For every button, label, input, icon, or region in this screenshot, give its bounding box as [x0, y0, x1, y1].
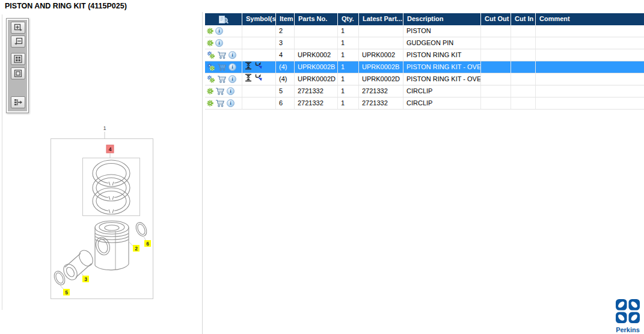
column-header-comment[interactable]: Comment [535, 13, 644, 25]
zoom-out-button[interactable] [11, 36, 25, 48]
info-glyph: i [218, 40, 220, 46]
table-row[interactable]: i 6 2721332 1 2721332 CIRCLIP [205, 97, 644, 110]
info-icon[interactable]: i [215, 27, 223, 35]
add-to-cart-icon[interactable] [217, 51, 227, 59]
cell-item: 5 [275, 85, 294, 97]
preview-search-icon [218, 15, 228, 24]
fit-to-window-icon [14, 55, 22, 63]
table-row[interactable]: i 3 1 GUDGEON PIN [205, 37, 644, 49]
diagram-label-2-text: 2 [135, 246, 138, 252]
add-to-cart-icon[interactable] [217, 75, 227, 83]
table-row[interactable]: i [205, 61, 644, 73]
cell-cut-out [480, 49, 511, 61]
gears-icon[interactable] [207, 51, 215, 59]
leader-lines [60, 236, 146, 290]
pane-divider [202, 12, 203, 334]
column-header-cut-in[interactable]: Cut In [511, 13, 535, 25]
diagram-label-2[interactable]: 2 [133, 245, 140, 252]
supersession-icon [244, 61, 253, 73]
diagram-label-3[interactable]: 3 [82, 276, 89, 282]
cell-parts-no: UPRK0002 [294, 49, 337, 61]
gudgeon-pin-drawing [61, 248, 96, 282]
info-icon[interactable]: i [215, 39, 223, 47]
info-icon[interactable]: i [228, 51, 236, 59]
info-icon[interactable]: i [228, 63, 236, 71]
zoom-in-button[interactable] [11, 22, 25, 34]
cell-cut-in [511, 73, 535, 85]
cell-comment [535, 25, 644, 37]
table-row[interactable]: i 4 UPRK0002 1 UPRK0002 PISTON RING KIT [205, 49, 644, 61]
cell-cut-in [511, 37, 535, 49]
column-header-latest-part[interactable]: Latest Part... [358, 13, 403, 25]
cell-qty: 1 [337, 97, 358, 109]
add-to-cart-icon[interactable] [215, 99, 225, 107]
cell-cut-in [511, 25, 535, 37]
gears-icon[interactable] [207, 63, 215, 71]
cell-parts-no: 2721332 [294, 97, 337, 109]
row-actions: i [205, 37, 242, 49]
circlip-6-drawing [134, 221, 149, 238]
gear-icon[interactable] [207, 100, 213, 107]
cell-comment [535, 85, 644, 97]
column-header-description[interactable]: Description [403, 13, 480, 25]
parts-table: Symbol(s) Item Parts No. Qty. Latest Par… [205, 13, 644, 110]
cell-latest-part: UPRK0002B [358, 61, 403, 73]
info-glyph: i [232, 52, 233, 58]
gear-icon[interactable] [207, 28, 213, 34]
row-actions: i [205, 61, 242, 73]
info-glyph: i [230, 101, 232, 106]
diagram-label-6-text: 6 [146, 241, 149, 247]
diagram-label-4[interactable]: 4 [106, 145, 114, 153]
row-actions: i [205, 85, 242, 97]
diagram-label-1[interactable]: 1 [103, 125, 106, 131]
cell-item: 3 [275, 37, 294, 49]
cell-cut-out [480, 97, 511, 109]
perkins-logo: Perkins [613, 299, 642, 333]
toggle-parts-panel-button[interactable] [11, 96, 25, 108]
cell-description: PISTON [403, 25, 480, 37]
column-header-qty[interactable]: Qty. [337, 13, 358, 25]
perkins-logo-icon [616, 299, 640, 323]
cell-comment [535, 37, 644, 49]
cell-latest-part: 2721332 [358, 97, 403, 109]
cell-latest-part [358, 37, 403, 49]
info-icon[interactable]: i [227, 99, 235, 107]
table-row[interactable]: i 5 2721332 1 2721332 CIRCLIP [205, 85, 644, 97]
cell-description: CIRCLIP [403, 97, 480, 109]
cell-item: (4) [275, 61, 294, 73]
add-to-cart-icon[interactable] [217, 63, 227, 71]
column-header-symbols[interactable]: Symbol(s) [242, 13, 275, 25]
gears-icon[interactable] [207, 75, 215, 83]
diagram-label-5[interactable]: 5 [63, 289, 70, 295]
assembly-boxes [51, 132, 153, 299]
app-window: PISTON AND RING KIT (4115P025) [0, 0, 644, 334]
gear-icon[interactable] [207, 40, 213, 46]
gear-icon[interactable] [207, 88, 213, 94]
column-header-item[interactable]: Item [275, 13, 294, 25]
fit-to-window-button[interactable] [11, 53, 25, 65]
add-to-cart-icon[interactable] [215, 87, 225, 95]
diagram-toolbar [6, 18, 29, 113]
row-actions: i [205, 97, 242, 109]
diagram-label-6[interactable]: 6 [144, 240, 151, 247]
cell-parts-no: UPRK0002D [294, 73, 337, 85]
cell-qty: 1 [337, 85, 358, 97]
cell-qty: 1 [337, 73, 358, 85]
perkins-logo-text: Perkins [613, 326, 642, 333]
info-icon[interactable]: i [228, 75, 236, 83]
info-icon[interactable]: i [227, 87, 235, 95]
full-page-button[interactable] [11, 67, 25, 79]
table-row[interactable]: i [205, 73, 644, 85]
toggle-parts-panel-icon [14, 98, 23, 107]
column-header-cut-out[interactable]: Cut Out [480, 13, 511, 25]
column-header-tools[interactable] [205, 13, 242, 25]
cell-comment [535, 73, 644, 85]
cell-cut-out [480, 25, 511, 37]
cell-latest-part: 2721332 [358, 85, 403, 97]
circlip-5-drawing [52, 270, 67, 287]
cell-latest-part: UPRK0002D [358, 73, 403, 85]
diagram-label-4-text: 4 [109, 146, 112, 152]
cell-symbols [242, 61, 275, 73]
column-header-parts-no[interactable]: Parts No. [294, 13, 337, 25]
table-row[interactable]: i 2 1 PISTON [205, 25, 644, 37]
